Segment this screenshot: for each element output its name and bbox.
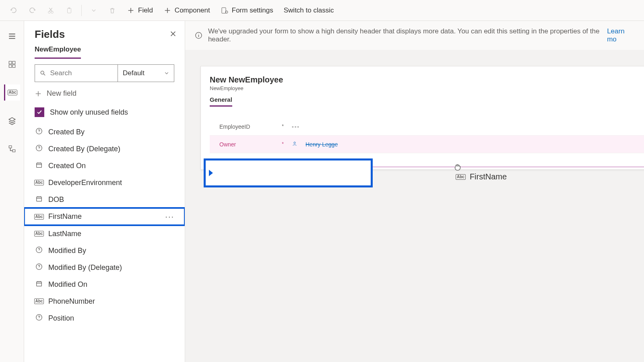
- show-unused-row[interactable]: Show only unused fields: [24, 105, 185, 123]
- toolbar-label: Component: [175, 6, 210, 14]
- redo-button[interactable]: [23, 2, 41, 19]
- svg-rect-4: [222, 8, 226, 13]
- field-item-label: Modified By (Delegate): [48, 263, 122, 272]
- rail-hamburger[interactable]: [4, 28, 20, 44]
- required-marker: *: [282, 123, 284, 129]
- toolbar-label: Field: [138, 6, 153, 14]
- field-item[interactable]: AbcFirstName···: [24, 208, 185, 225]
- owner-value[interactable]: Henry Legge: [305, 141, 338, 148]
- field-item-label: Modified By: [48, 247, 86, 255]
- sort-dropdown[interactable]: Default: [118, 65, 174, 82]
- text-field-icon: Abc: [8, 90, 18, 95]
- svg-rect-9: [12, 65, 15, 68]
- svg-rect-10: [9, 146, 12, 148]
- add-field-button[interactable]: Field: [122, 2, 158, 19]
- search-input[interactable]: [50, 69, 113, 77]
- lookup-icon: [35, 314, 43, 323]
- drag-ghost: Abc FirstName: [456, 172, 507, 181]
- plus-icon: [35, 90, 42, 97]
- entity-tab[interactable]: NewEmployee: [35, 45, 81, 59]
- drag-ghost-label: FirstName: [470, 172, 507, 181]
- field-item[interactable]: Created By: [24, 123, 185, 140]
- form-row-employeeid[interactable]: EmployeeID * ---: [210, 118, 644, 136]
- sort-label: Default: [123, 69, 144, 77]
- field-item-label: DeveloperEnvironment: [48, 179, 122, 187]
- more-button[interactable]: ···: [165, 212, 174, 221]
- search-input-wrap: [35, 65, 118, 82]
- field-item[interactable]: Modified By (Delegate): [24, 259, 185, 276]
- paste-icon: [65, 6, 73, 14]
- toolbar-label: Form settings: [232, 6, 273, 14]
- rail-fields[interactable]: Abc: [4, 84, 20, 101]
- search-row: Default: [35, 64, 174, 82]
- form-card[interactable]: New NewEmployee NewEmployee General Empl…: [200, 66, 644, 170]
- search-icon: [40, 70, 46, 77]
- trash-icon: [108, 6, 116, 14]
- paste-button[interactable]: [60, 2, 78, 19]
- svg-rect-8: [9, 65, 12, 68]
- svg-rect-11: [12, 150, 15, 152]
- field-item[interactable]: AbcPhoneNumber: [24, 293, 185, 310]
- field-item[interactable]: DOB: [24, 191, 185, 208]
- delete-button[interactable]: [103, 2, 121, 19]
- switch-classic-button[interactable]: Switch to classic: [279, 2, 339, 19]
- field-item[interactable]: AbcDeveloperEnvironment: [24, 174, 185, 191]
- calendar-icon: [35, 161, 43, 171]
- field-value: ---: [292, 123, 300, 130]
- svg-rect-15: [37, 163, 42, 167]
- text-field-icon: Abc: [34, 298, 44, 304]
- rail-layers[interactable]: [4, 113, 20, 129]
- undo-button[interactable]: [5, 2, 23, 19]
- field-list: Created ByCreated By (Delegate)Created O…: [24, 123, 185, 362]
- redo-icon: [28, 6, 36, 14]
- svg-rect-3: [68, 7, 70, 8]
- chevron-dropdown[interactable]: [85, 2, 103, 19]
- info-icon: [195, 31, 202, 39]
- cut-button[interactable]: [42, 2, 60, 19]
- rail-tree[interactable]: [4, 141, 20, 157]
- plus-icon: [163, 6, 171, 14]
- field-label: EmployeeID: [219, 123, 250, 130]
- form-title: New NewEmployee: [201, 75, 644, 84]
- form-settings-button[interactable]: Form settings: [216, 2, 278, 19]
- learn-more-link[interactable]: Learn mo: [607, 27, 634, 43]
- field-item[interactable]: Position: [24, 310, 185, 327]
- toolbar-separator: [81, 5, 82, 16]
- form-section[interactable]: EmployeeID * --- Owner * Henry Legge: [210, 114, 644, 153]
- add-component-button[interactable]: Component: [159, 2, 215, 19]
- svg-point-12: [41, 71, 44, 74]
- field-item-label: Created By: [48, 128, 85, 136]
- required-marker: *: [282, 141, 284, 147]
- svg-rect-6: [9, 61, 12, 64]
- rail-nav: Abc: [0, 21, 24, 362]
- svg-rect-16: [37, 197, 42, 201]
- drop-target-highlight: [204, 158, 373, 187]
- form-canvas: We've upgraded your form to show a high …: [185, 21, 644, 362]
- form-settings-icon: [221, 6, 229, 14]
- field-item[interactable]: Modified By: [24, 242, 185, 259]
- undo-icon: [10, 6, 18, 14]
- person-icon: [292, 141, 297, 148]
- text-field-icon: Abc: [456, 174, 466, 180]
- lookup-icon: [35, 144, 43, 154]
- calendar-icon: [35, 195, 43, 204]
- chevron-down-icon: [90, 6, 98, 14]
- new-field-button[interactable]: New field: [24, 82, 185, 105]
- svg-rect-7: [12, 61, 15, 64]
- field-item[interactable]: Modified On: [24, 276, 185, 293]
- lookup-icon: [35, 246, 43, 255]
- field-item-label: FirstName: [48, 212, 82, 221]
- field-item[interactable]: Created On: [24, 157, 185, 174]
- panel-title: Fields: [35, 28, 65, 41]
- form-row-owner[interactable]: Owner * Henry Legge: [210, 136, 644, 153]
- field-item[interactable]: AbcLastName: [24, 225, 185, 242]
- close-icon: [169, 30, 177, 37]
- checkbox-checked-icon: [35, 107, 44, 117]
- svg-rect-2: [68, 8, 71, 13]
- rail-components[interactable]: [4, 56, 20, 72]
- form-subtitle: NewEmployee: [201, 84, 644, 96]
- close-panel-button[interactable]: [169, 29, 177, 40]
- field-item-label: Created On: [48, 162, 86, 170]
- form-tab-general[interactable]: General: [210, 96, 232, 107]
- field-item[interactable]: Created By (Delegate): [24, 140, 185, 157]
